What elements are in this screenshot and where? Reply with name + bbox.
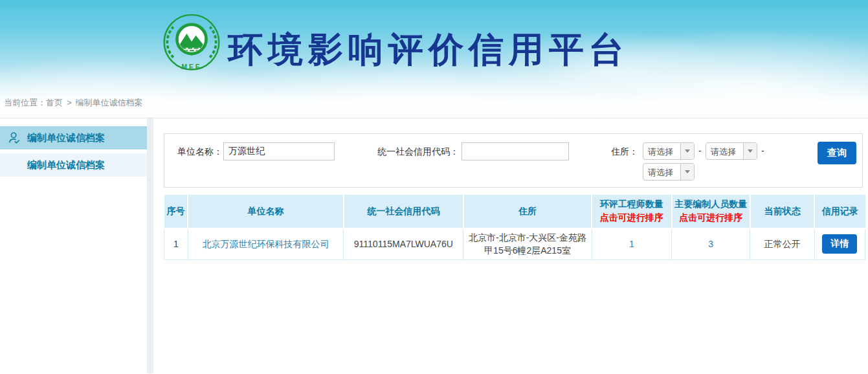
address-label: 住所：: [605, 142, 638, 160]
province-select[interactable]: 请选择: [643, 142, 695, 160]
breadcrumb-label: 当前位置：: [4, 98, 46, 107]
chevron-down-icon[interactable]: [680, 164, 694, 180]
cell-engineer-count: 1: [592, 228, 671, 259]
cell-staff-count: 3: [672, 228, 750, 259]
breadcrumb-separator: >: [67, 98, 72, 107]
cell-unit-name: 北京万源世纪环保科技有限公司: [188, 228, 343, 259]
cell-credit-record: 详情: [814, 228, 865, 259]
detail-button[interactable]: 详情: [822, 234, 857, 254]
engineer-count-link[interactable]: 1: [629, 239, 634, 249]
credit-code-label: 统一社会信用代码：: [365, 142, 459, 160]
breadcrumb-current: 编制单位诚信档案: [76, 98, 143, 107]
chevron-down-icon[interactable]: [743, 143, 757, 159]
header-index: 序号: [164, 195, 188, 228]
breadcrumb-home-link[interactable]: 首页: [46, 98, 63, 107]
sidebar-divider: [147, 118, 153, 373]
query-button[interactable]: 查询: [818, 142, 856, 164]
sidebar: 编制单位诚信档案 编制单位诚信档案: [0, 118, 147, 373]
address-dash: -: [698, 146, 702, 156]
results-table: 序号 单位名称 统一社会信用代码 住所 环评工程师数量 点击可进行排序 主要编制…: [164, 195, 865, 260]
table-row: 1 北京万源世纪环保科技有限公司 91110115MA7LWUA76U 北京市-…: [164, 228, 865, 259]
header-engineer-count[interactable]: 环评工程师数量 点击可进行排序: [592, 195, 671, 228]
search-panel: 单位名称： 统一社会信用代码： 住所： 请选择 - 请选择 - 请选择 查询: [164, 133, 863, 188]
page-body: 编制单位诚信档案 编制单位诚信档案 单位名称： 统一社会信用代码： 住所： 请选…: [0, 118, 868, 373]
credit-code-input[interactable]: [462, 142, 569, 160]
header-credit-record: 信用记录: [814, 195, 865, 228]
city-select[interactable]: 请选择: [706, 142, 757, 160]
cell-credit-code: 91110115MA7LWUA76U: [344, 228, 463, 259]
sort-hint[interactable]: 点击可进行排序: [674, 212, 748, 224]
sort-hint[interactable]: 点击可进行排序: [594, 212, 669, 224]
table-header-row: 序号 单位名称 统一社会信用代码 住所 环评工程师数量 点击可进行排序 主要编制…: [164, 195, 865, 228]
header-credit-code: 统一社会信用代码: [344, 195, 463, 228]
cell-status: 正常公开: [750, 228, 815, 259]
address-dash: -: [761, 146, 764, 156]
mee-logo-icon: MEE: [161, 14, 222, 74]
site-banner: MEE 环境影响评价信用平台 当前位置：首页>编制单位诚信档案: [0, 0, 868, 118]
unit-name-link[interactable]: 北京万源世纪环保科技有限公司: [203, 239, 329, 249]
province-select-value: 请选择: [643, 143, 680, 159]
sidebar-item-credit-archive[interactable]: 编制单位诚信档案: [0, 126, 147, 149]
city-select-value: 请选择: [706, 143, 743, 159]
header-staff-count[interactable]: 主要编制人员数量 点击可进行排序: [672, 195, 750, 228]
header-address: 住所: [463, 195, 592, 228]
chevron-down-icon[interactable]: [680, 143, 694, 159]
cell-index: 1: [164, 228, 188, 259]
unit-name-input[interactable]: [223, 142, 335, 160]
unit-name-label: 单位名称：: [171, 142, 223, 160]
user-check-icon: [7, 131, 21, 145]
header-status: 当前状态: [750, 195, 815, 228]
cell-address: 北京市-北京市-大兴区-金苑路甲15号6幢2层A215室: [463, 228, 592, 259]
main-content: 单位名称： 统一社会信用代码： 住所： 请选择 - 请选择 - 请选择 查询: [153, 118, 868, 373]
mee-logo-text: MEE: [182, 63, 202, 71]
sidebar-subitem-credit-archive[interactable]: 编制单位诚信档案: [0, 153, 147, 177]
header-unit-name: 单位名称: [188, 195, 343, 228]
district-select[interactable]: 请选择: [643, 163, 695, 181]
staff-count-link[interactable]: 3: [708, 239, 713, 249]
sidebar-subitem-label: 编制单位诚信档案: [27, 159, 105, 171]
district-select-value: 请选择: [643, 164, 680, 180]
page-title: 环境影响评价信用平台: [228, 28, 629, 70]
breadcrumb: 当前位置：首页>编制单位诚信档案: [4, 97, 143, 109]
sidebar-item-label: 编制单位诚信档案: [27, 132, 105, 144]
